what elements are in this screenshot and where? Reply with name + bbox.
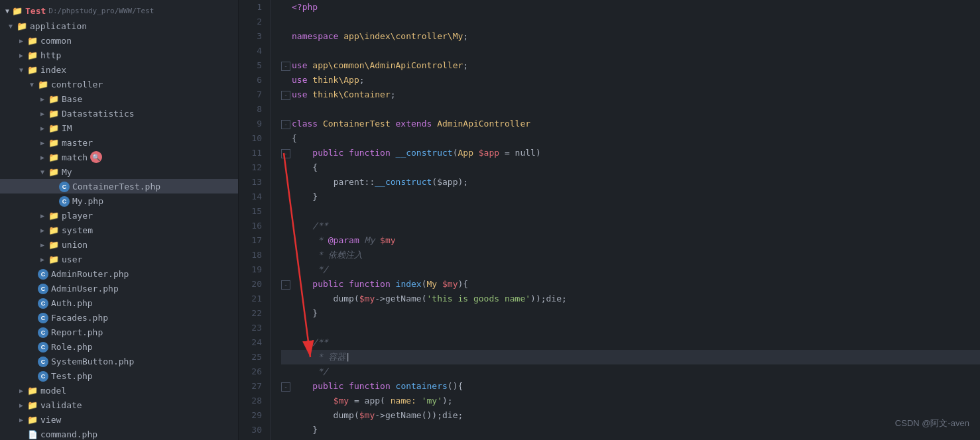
collapse-btn[interactable]: - — [281, 382, 290, 392]
code-token: ){ — [458, 279, 469, 289]
code-token: { — [292, 162, 318, 172]
line-num-27: 27 — [244, 379, 262, 394]
search-icon[interactable]: 🔍 — [90, 151, 102, 163]
code-token: think\App — [312, 75, 359, 85]
code-token: = app( — [349, 396, 391, 406]
code-token: $app — [479, 148, 499, 158]
tree-item-AdminUser.php[interactable]: C AdminUser.php — [0, 281, 238, 296]
php-file-icon: C — [58, 195, 70, 207]
code-token: */ — [292, 264, 328, 274]
tree-label: Facades.php — [51, 313, 108, 323]
code-line-28: $my = app( name: 'my'); — [281, 394, 980, 408]
tree-item-My.php[interactable]: C My.php — [0, 193, 238, 208]
collapse-btn[interactable]: - — [281, 120, 290, 129]
code-token: parent:: — [334, 177, 375, 187]
tree-item-command.php[interactable]: 📄 command.php — [0, 427, 238, 440]
line-num-30: 30 — [244, 423, 262, 437]
code-token: index — [396, 279, 422, 289]
code-token: dump( — [292, 410, 359, 420]
code-panel: <?phpnamespace app\index\controller\My;-… — [271, 0, 980, 440]
line-num-24: 24 — [244, 335, 262, 350]
tree-item-system[interactable]: ▶ 📁 system — [0, 223, 238, 237]
code-line-30: } — [281, 423, 980, 437]
folder-icon: 📁 — [48, 94, 60, 104]
tree-item-Test.php[interactable]: C Test.php — [0, 368, 238, 383]
tree-item-application[interactable]: ▼ 📁 application — [0, 19, 238, 33]
code-token: (){ — [448, 381, 463, 391]
tree-item-http[interactable]: ▶ 📁 http — [0, 48, 238, 62]
collapse-btn[interactable]: - — [281, 149, 290, 158]
code-token: extends — [396, 119, 438, 129]
tree-item-model[interactable]: ▶ 📁 model — [0, 383, 238, 398]
code-token: namespace — [292, 31, 343, 41]
code-line-17: * @param My $my — [281, 233, 980, 248]
line-num-20: 20 — [244, 277, 262, 292]
tree-item-validate[interactable]: ▶ 📁 validate — [0, 398, 238, 412]
tree-label: http — [40, 50, 61, 60]
watermark: CSDN @阿文-aven — [895, 417, 969, 429]
code-token: = null) — [499, 148, 541, 158]
code-token: ));die; — [530, 294, 567, 303]
code-token: { — [292, 133, 297, 143]
collapse-btn[interactable]: - — [281, 280, 290, 290]
code-line-2 — [281, 15, 980, 29]
tree-item-view[interactable]: ▶ 📁 view — [0, 412, 238, 427]
collapse-btn[interactable]: - — [281, 91, 290, 100]
line-num-7: 7 — [244, 87, 262, 102]
tree-label: union — [62, 240, 88, 250]
tree-item-Facades.php[interactable]: C Facades.php — [0, 310, 238, 325]
tree-item-match[interactable]: ▶ 📁 match 🔍 — [0, 150, 238, 164]
code-line-15 — [281, 204, 980, 219]
line-num-29: 29 — [244, 408, 262, 423]
php-file-icon: C — [37, 356, 49, 367]
tree-arrow: ▶ — [37, 227, 48, 234]
tree-item-Auth.php[interactable]: C Auth.php — [0, 296, 238, 310]
line-num-3: 3 — [244, 29, 262, 44]
tree-item-SystemButton.php[interactable]: C SystemButton.php — [0, 354, 238, 368]
tree-label: Datastatistics — [62, 109, 135, 119]
code-token: ($app); — [432, 177, 468, 187]
line-num-8: 8 — [244, 102, 262, 117]
code-line-23 — [281, 321, 980, 335]
tree-item-My[interactable]: ▼ 📁 My — [0, 164, 238, 179]
tree-item-Role.php[interactable]: C Role.php — [0, 339, 238, 354]
code-area: 1234567891011121314151617181920212223242… — [239, 0, 980, 440]
code-line-22: } — [281, 306, 980, 321]
code-token: 'this is goods name' — [427, 294, 531, 303]
tree-item-master[interactable]: ▶ 📁 master — [0, 135, 238, 150]
tree-item-index[interactable]: ▼ 📁 index — [0, 62, 238, 77]
code-line-1: <?php — [281, 0, 980, 15]
code-token: <?php — [292, 2, 318, 12]
tree-item-union[interactable]: ▶ 📁 union — [0, 237, 238, 252]
code-token: use — [292, 75, 312, 85]
code-token: class — [292, 119, 323, 129]
folder-icon: 📁 — [27, 415, 38, 425]
tree-item-Report.php[interactable]: C Report.php — [0, 325, 238, 339]
folder-icon: 📁 — [27, 400, 38, 410]
tree-label: user — [62, 254, 82, 264]
php-file-icon: C — [37, 370, 49, 382]
tree-arrow: ▶ — [37, 110, 48, 117]
tree-arrow: ▶ — [37, 212, 48, 219]
code-token: ; — [391, 89, 396, 99]
code-token: function — [349, 279, 395, 289]
tree-item-controller[interactable]: ▼ 📁 controller — [0, 77, 238, 91]
code-line-13: parent::__construct($app); — [281, 175, 980, 190]
tree-item-user[interactable]: ▶ 📁 user — [0, 252, 238, 266]
code-token: containers — [396, 381, 448, 391]
tree-item-Datastatistics[interactable]: ▶ 📁 Datastatistics — [0, 106, 238, 121]
code-editor[interactable]: 1234567891011121314151617181920212223242… — [239, 0, 980, 440]
code-token: function — [349, 148, 395, 158]
tree-item-IM[interactable]: ▶ 📁 IM — [0, 121, 238, 135]
tree-item-ContainerTest.php[interactable]: C ContainerTest.php — [0, 179, 238, 193]
collapse-btn[interactable]: - — [281, 62, 290, 71]
tree-item-Base[interactable]: ▶ 📁 Base — [0, 91, 238, 106]
tree-item-player[interactable]: ▶ 📁 player — [0, 208, 238, 223]
code-token: ; — [359, 75, 365, 85]
code-token: ; — [463, 31, 468, 41]
line-numbers: 1234567891011121314151617181920212223242… — [239, 0, 271, 440]
tree-item-AdminRouter.php[interactable]: C AdminRouter.php — [0, 266, 238, 281]
tree-label: Test.php — [51, 371, 93, 381]
tree-item-common[interactable]: ▶ 📁 common — [0, 33, 238, 48]
code-line-21: dump($my->getName('this is goods name'))… — [281, 292, 980, 306]
